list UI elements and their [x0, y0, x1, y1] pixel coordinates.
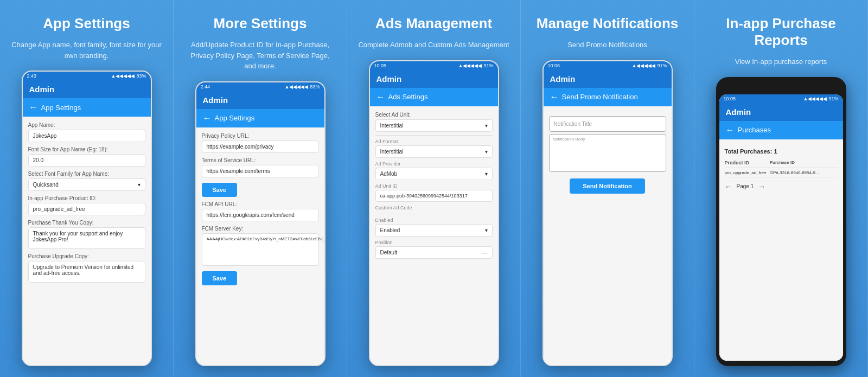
panel-title-more-settings: More Settings: [214, 15, 307, 32]
battery-4: 91%: [657, 63, 667, 68]
field-dropdown-adunit[interactable]: Interstitial ▾: [375, 119, 493, 132]
chevron-down-icon-position: —: [482, 250, 488, 255]
status-icons-3: ▲◀◀◀◀◀ 91%: [458, 63, 494, 68]
chevron-down-icon: ▾: [138, 182, 141, 188]
field-dropdown-adprovider[interactable]: AdMob ▾: [375, 168, 493, 180]
page-header-label-2: App Settings: [215, 114, 255, 122]
position-value: Default: [380, 250, 398, 255]
status-icons-2: ▲◀◀◀◀◀ 83%: [285, 84, 320, 90]
field-label-thankyou: Purchase Thank You Copy:: [28, 220, 145, 226]
field-label-productid: In-app Purchase Product ID:: [28, 195, 145, 201]
cell-purchaseid: GPA.3316-8940-8954-9...: [770, 170, 838, 175]
field-dropdown-adformat[interactable]: Interstitial ▾: [375, 145, 493, 158]
field-textarea-fcmkey[interactable]: AAAAjHGwYqk:APA91bFxyB4aSyYi_nMET2AwF0db…: [202, 233, 319, 266]
battery-5: 91%: [828, 96, 838, 101]
panel-desc-more-settings: Add/Update Product ID for In-app Purchas…: [184, 40, 336, 72]
field-label-tos: Terms of Service URL:: [202, 157, 319, 163]
field-textarea-thankyou[interactable]: Thank you for your support and enjoy Jok…: [28, 227, 145, 249]
status-time-4: 10:06: [548, 63, 560, 68]
status-icons-1: ▲◀◀◀◀◀ 83%: [111, 73, 146, 79]
send-notification-button[interactable]: Send Notification: [570, 178, 644, 194]
page-header-3: ← Ads Settings: [370, 88, 498, 106]
page-header-label-4: Send Promo Notification: [562, 93, 638, 101]
field-dropdown-fontfamily[interactable]: Quicksand ▾: [28, 178, 145, 191]
field-label-upgrade: Purchase Upgrade Copy:: [28, 253, 145, 259]
section-label-enabled: Enabled: [375, 218, 493, 223]
phone-purchases: 10:05 ▲◀◀◀◀◀ 91% Admin ← Purchases Total…: [716, 77, 846, 366]
app-header-1: Admin: [23, 80, 151, 98]
page-header-label-5: Purchases: [738, 126, 771, 134]
col-header-productid: Product ID: [725, 160, 770, 165]
field-input-fontsize[interactable]: 20.0: [28, 154, 145, 167]
panel-title-ads: Ads Management: [375, 15, 492, 32]
chevron-down-icon-adformat: ▾: [485, 149, 488, 155]
adformat-value: Interstitial: [380, 149, 404, 155]
col-header-purchaseid: Purchase ID: [770, 160, 838, 165]
page-header-label-1: App Settings: [41, 104, 81, 112]
app-header-4: Admin: [544, 70, 672, 88]
page-header-2: ← App Settings: [196, 109, 324, 127]
field-input-privacy[interactable]: https://example.com/privacy: [202, 140, 319, 153]
phone-content-2: Privacy Policy URL: https://example.com/…: [196, 127, 324, 365]
field-dropdown-position[interactable]: Default —: [375, 246, 493, 259]
panel-desc-ads: Complete Admob and Custom Ads Management: [358, 40, 509, 50]
field-label-fontfamily: Select Font Family for App Name:: [28, 171, 145, 177]
back-arrow-4[interactable]: ←: [550, 92, 559, 102]
field-input-adunitid[interactable]: ca-app-pub-3940256099942544/103317: [375, 190, 493, 202]
adprovider-value: AdMob: [380, 171, 398, 177]
panel-app-settings: App Settings Change App name, font famil…: [0, 0, 174, 377]
next-page-arrow[interactable]: →: [758, 182, 765, 191]
panel-inapp-purchases: In-app Purchase Reports View In-app purc…: [694, 0, 868, 377]
divider-1: [375, 135, 493, 136]
status-time-5: 10:05: [724, 96, 736, 101]
field-label-fontsize: Font Size for App Name (Eg: 18):: [28, 146, 145, 152]
app-header-5: Admin: [719, 103, 843, 121]
panel-desc-app-settings: Change App name, font family, font size …: [11, 40, 162, 61]
panel-desc-purchases: View In-app purchase reports: [735, 56, 827, 67]
phone-content-1: App Name: JokesApp Font Size for App Nam…: [23, 117, 151, 365]
page-header-4: ← Send Promo Notification: [544, 88, 672, 106]
status-bar-1: 2:43 ▲◀◀◀◀◀ 83%: [23, 72, 151, 80]
save-button-2[interactable]: Save: [202, 271, 238, 285]
chevron-down-icon-adunit: ▾: [485, 123, 488, 129]
table-row: pro_upgrade_ad_free GPA.3316-8940-8954-9…: [725, 168, 838, 178]
field-label-appname: App Name:: [28, 122, 145, 128]
status-time-2: 2:44: [201, 84, 210, 90]
panel-title-purchases: In-app Purchase Reports: [705, 15, 857, 49]
back-arrow-1[interactable]: ←: [29, 103, 38, 112]
phone-content-4: Notification Title Notification Body Sen…: [544, 106, 672, 365]
prev-page-arrow[interactable]: ←: [725, 182, 732, 191]
section-label-adunitid: Ad Unit ID: [375, 183, 493, 189]
field-dropdown-enabled[interactable]: Enabled ▾: [375, 224, 493, 237]
field-input-fcmapi[interactable]: https://fcm.googleapis.com/fcm/send: [202, 209, 319, 221]
battery-3: 91%: [483, 63, 493, 68]
table-header: Product ID Purchase ID: [725, 158, 838, 168]
chevron-down-icon-enabled: ▾: [485, 227, 488, 233]
save-button-1[interactable]: Save: [202, 183, 238, 197]
notification-title-input[interactable]: Notification Title: [549, 116, 666, 132]
pagination: ← Page 1 →: [725, 182, 838, 191]
divider-2: [375, 214, 493, 214]
enabled-value: Enabled: [380, 227, 400, 233]
page-label: Page 1: [737, 183, 754, 189]
back-arrow-3[interactable]: ←: [376, 92, 385, 102]
status-icons-5: ▲◀◀◀◀◀ 91%: [803, 96, 839, 101]
field-input-productid[interactable]: pro_upgrade_ad_free: [28, 203, 145, 215]
back-arrow-5[interactable]: ←: [726, 125, 735, 135]
field-label-privacy: Privacy Policy URL:: [202, 133, 319, 139]
back-arrow-2[interactable]: ←: [203, 113, 212, 123]
phone-content-5: Total Purchases: 1 Product ID Purchase I…: [719, 139, 843, 361]
phone-notch: [719, 82, 843, 94]
chevron-down-icon-adprovider: ▾: [485, 171, 488, 177]
adunit-value: Interstitial: [380, 123, 404, 129]
field-input-appname[interactable]: JokesApp: [28, 130, 145, 142]
page-header-label-3: Ads Settings: [388, 93, 428, 101]
status-time-1: 2:43: [27, 73, 37, 79]
phone-more-settings: 2:44 ▲◀◀◀◀◀ 83% Admin ← App Settings Pri…: [195, 81, 326, 366]
app-header-3: Admin: [370, 70, 498, 88]
phone-content-3: Select Ad Unit: Interstitial ▾ Ad Format…: [370, 106, 498, 365]
panel-title-app-settings: App Settings: [43, 15, 130, 32]
field-textarea-upgrade[interactable]: Upgrade to Premium Version for unlimited…: [28, 261, 145, 283]
field-input-tos[interactable]: https://example.com/terms: [202, 165, 319, 177]
battery-1: 83%: [136, 73, 146, 79]
